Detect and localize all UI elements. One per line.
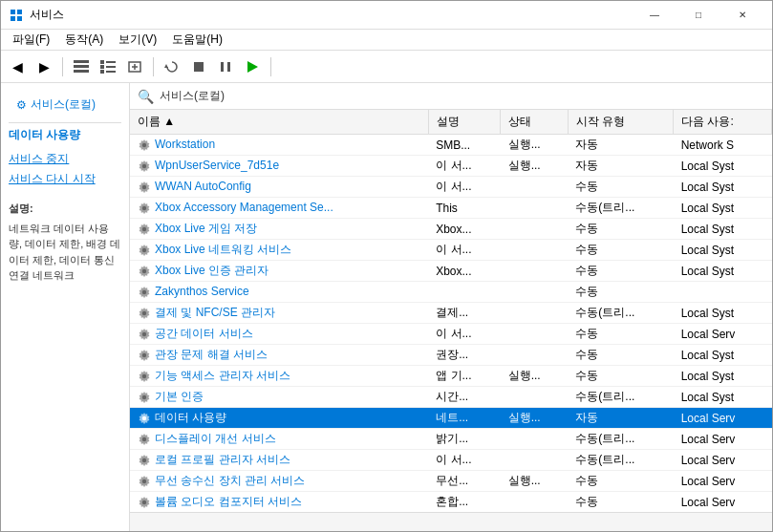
stop-service-link[interactable]: 서비스 중지 xyxy=(9,151,121,167)
svg-rect-8 xyxy=(106,61,116,63)
stop-button[interactable] xyxy=(186,54,211,79)
cell-start: 수동(트리... xyxy=(568,198,673,219)
show-list-button[interactable] xyxy=(69,54,94,79)
svg-rect-5 xyxy=(74,65,89,68)
svg-rect-11 xyxy=(100,70,104,74)
forward-button[interactable]: ▶ xyxy=(32,54,56,79)
svg-rect-1 xyxy=(17,10,22,14)
cell-start: 수동(트리... xyxy=(568,387,673,408)
nav-tree: ⚙ 서비스(로컬) xyxy=(9,91,121,118)
col-logon[interactable]: 다음 사용: xyxy=(674,110,772,135)
cell-status xyxy=(501,429,569,450)
main-window: 서비스 — □ ✕ 파일(F) 동작(A) 보기(V) 도움말(H) ◀ ▶ xyxy=(0,0,773,532)
col-name[interactable]: 이름 ▲ xyxy=(130,110,428,135)
table-row[interactable]: 공간 데이터 서비스이 서...수동Local Serv xyxy=(130,324,772,345)
pause-button[interactable] xyxy=(213,54,238,79)
restart-service-link[interactable]: 서비스 다시 시작 xyxy=(9,171,121,187)
refresh-button[interactable] xyxy=(160,54,184,79)
cell-start: 수동 xyxy=(568,219,673,240)
maximize-button[interactable]: □ xyxy=(676,1,720,30)
table-row[interactable]: 디스플레이 개선 서비스밝기...수동(트리...Local Serv xyxy=(130,429,772,450)
col-start[interactable]: 시작 유형 xyxy=(568,110,673,135)
table-row[interactable]: 기능 액세스 관리자 서비스앱 기...실행...수동Local Syst xyxy=(130,366,772,387)
menu-view[interactable]: 보기(V) xyxy=(111,30,164,50)
table-row[interactable]: 관장 문제 해결 서비스권장...수동Local Syst xyxy=(130,345,772,366)
cell-status xyxy=(501,240,569,261)
svg-rect-7 xyxy=(100,60,104,64)
col-status[interactable]: 상태 xyxy=(501,110,569,135)
right-panel: 🔍 서비스(로컬) 이름 ▲ 설명 상태 시작 유형 다음 사용: xyxy=(130,83,772,531)
cell-desc: 무선... xyxy=(428,471,500,492)
cell-logon: Local Syst xyxy=(674,387,772,408)
cell-status xyxy=(501,282,569,303)
separator-1 xyxy=(62,57,63,76)
cell-desc: 네트... xyxy=(428,408,500,429)
table-row[interactable]: 기본 인증시간...수동(트리...Local Syst xyxy=(130,387,772,408)
cell-status xyxy=(501,219,569,240)
menu-action[interactable]: 동작(A) xyxy=(57,30,111,50)
title-bar: 서비스 — □ ✕ xyxy=(1,1,772,30)
cell-logon: Local Serv xyxy=(674,429,772,450)
nav-services-local[interactable]: ⚙ 서비스(로컬) xyxy=(9,95,121,115)
services-table: 이름 ▲ 설명 상태 시작 유형 다음 사용: WorkstationSMB..… xyxy=(130,110,772,512)
cell-start: 수동 xyxy=(568,492,673,513)
cell-status xyxy=(501,324,569,345)
table-row[interactable]: 로컬 프로필 관리자 서비스이 서...수동(트리...Local Serv xyxy=(130,450,772,471)
table-row[interactable]: Xbox Live 인증 관리자Xbox...수동Local Syst xyxy=(130,261,772,282)
table-row[interactable]: Xbox Live 게임 저장Xbox...수동Local Syst xyxy=(130,219,772,240)
cell-desc: This xyxy=(428,198,500,219)
cell-name: 디스플레이 개선 서비스 xyxy=(130,429,428,450)
cell-start: 자동 xyxy=(568,156,673,177)
left-panel: ⚙ 서비스(로컬) 데이터 사용량 서비스 중지 서비스 다시 시작 설명: 네… xyxy=(1,83,130,531)
cell-desc: 권장... xyxy=(428,345,500,366)
svg-rect-0 xyxy=(11,10,15,14)
close-button[interactable]: ✕ xyxy=(720,1,764,30)
status-bar xyxy=(130,512,772,531)
table-row[interactable]: Xbox Live 네트워킹 서비스이 서...수동Local Syst xyxy=(130,240,772,261)
services-local-icon: ⚙ xyxy=(16,98,27,112)
show-details-button[interactable] xyxy=(96,54,120,79)
svg-rect-3 xyxy=(17,16,22,21)
cell-name: 무선 송수신 장치 관리 서비스 xyxy=(130,471,428,492)
menu-help[interactable]: 도움말(H) xyxy=(164,30,230,50)
cell-status: 실행... xyxy=(501,156,569,177)
cell-name: 기능 액세스 관리자 서비스 xyxy=(130,366,428,387)
table-row[interactable]: WWAN AutoConfig이 서...수동Local Syst xyxy=(130,177,772,198)
table-row[interactable]: 볼륨 오디오 컴포지터 서비스혼합...수동Local Serv xyxy=(130,492,772,513)
cell-logon xyxy=(674,282,772,303)
cell-status xyxy=(501,303,569,324)
table-row[interactable]: 데이터 사용량네트...실행...자동Local Serv xyxy=(130,408,772,429)
svg-marker-16 xyxy=(164,64,168,68)
back-button[interactable]: ◀ xyxy=(5,54,30,79)
cell-start: 수동 xyxy=(568,471,673,492)
toolbar: ◀ ▶ xyxy=(1,51,772,83)
cell-status xyxy=(501,345,569,366)
minimize-button[interactable]: — xyxy=(633,1,676,30)
cell-desc: 앱 기... xyxy=(428,366,500,387)
cell-start: 수동(트리... xyxy=(568,429,673,450)
expand-button[interactable] xyxy=(122,54,147,79)
col-desc[interactable]: 설명 xyxy=(428,110,500,135)
cell-logon: Local Serv xyxy=(674,450,772,471)
table-row[interactable]: 결제 및 NFC/SE 관리자결제...수동(트리...Local Syst xyxy=(130,303,772,324)
cell-desc xyxy=(428,282,500,303)
services-table-container[interactable]: 이름 ▲ 설명 상태 시작 유형 다음 사용: WorkstationSMB..… xyxy=(130,110,772,512)
window-title: 서비스 xyxy=(30,7,633,23)
cell-start: 자동 xyxy=(568,135,673,156)
cell-name: 결제 및 NFC/SE 관리자 xyxy=(130,303,428,324)
cell-name: Xbox Live 게임 저장 xyxy=(130,219,428,240)
menu-file[interactable]: 파일(F) xyxy=(5,30,57,50)
cell-status: 실행... xyxy=(501,366,569,387)
table-row[interactable]: 무선 송수신 장치 관리 서비스무선...실행...수동Local Serv xyxy=(130,471,772,492)
cell-desc: 밝기... xyxy=(428,429,500,450)
cell-name: WWAN AutoConfig xyxy=(130,177,428,198)
svg-rect-6 xyxy=(74,70,89,73)
table-row[interactable]: WpnUserService_7d51e이 서...실행...자동Local S… xyxy=(130,156,772,177)
cell-name: 기본 인증 xyxy=(130,387,428,408)
table-row[interactable]: Xbox Accessory Management Se...This수동(트리… xyxy=(130,198,772,219)
table-row[interactable]: Zakynthos Service수동 xyxy=(130,282,772,303)
cell-logon: Local Serv xyxy=(674,471,772,492)
cell-start: 수동 xyxy=(568,366,673,387)
play-button[interactable] xyxy=(240,54,265,79)
table-row[interactable]: WorkstationSMB...실행...자동Network S xyxy=(130,135,772,156)
